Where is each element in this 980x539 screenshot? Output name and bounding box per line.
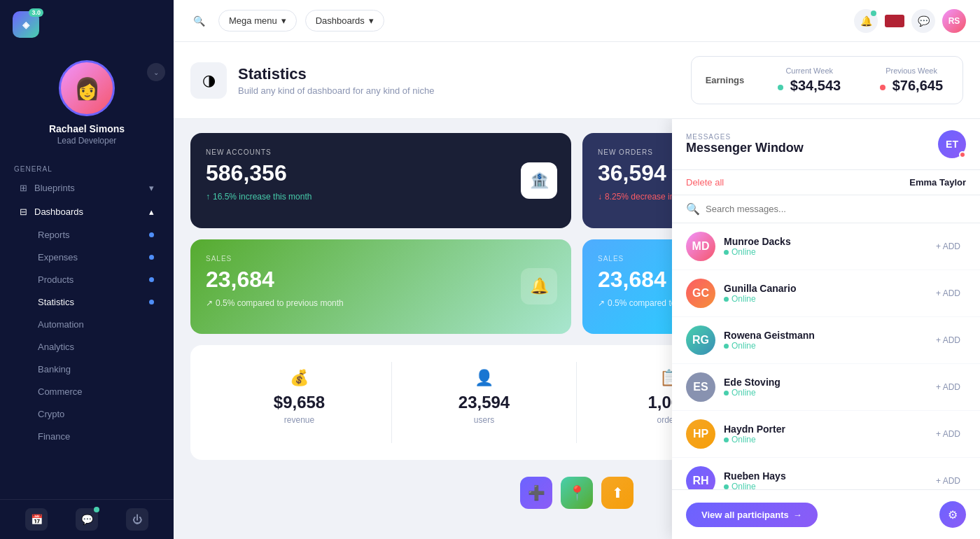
- contact-item[interactable]: RH Rueben Hays Online + ADD: [672, 458, 980, 489]
- contact-item[interactable]: GC Gunilla Canario Online + ADD: [672, 270, 980, 317]
- main-content: 🔍 Mega menu ▾ Dashboards ▾ 🔔 💬 RS ◑: [174, 0, 980, 539]
- page-subtitle: Build any kind of dashboard for any kind…: [238, 85, 434, 96]
- contact-item[interactable]: RG Rowena Geistmann Online + ADD: [672, 317, 980, 364]
- contact-status: Online: [724, 482, 930, 489]
- messenger-header: MESSAGES Messenger Window ET: [672, 119, 980, 170]
- chat-icon-button[interactable]: 💬: [76, 508, 98, 531]
- crypto-label: Crypto: [38, 409, 64, 419]
- location-fab-button[interactable]: 📍: [561, 477, 593, 509]
- products-label: Products: [38, 274, 74, 285]
- contact-name: Rueben Hays: [724, 470, 930, 482]
- analytics-label: Analytics: [38, 342, 74, 352]
- users-icon: 👤: [475, 369, 493, 387]
- blueprints-caret-icon: ▾: [149, 183, 154, 193]
- users-label: users: [474, 415, 494, 425]
- messages-button[interactable]: 💬: [911, 9, 935, 33]
- online-status-dot: [724, 484, 729, 489]
- contact-info: Ede Stoving Online: [724, 377, 930, 398]
- calendar-icon-button[interactable]: 📅: [25, 508, 48, 531]
- sidebar-toggle-button[interactable]: ⌄: [147, 63, 165, 81]
- add-contact-button[interactable]: + ADD: [930, 332, 966, 348]
- current-week-value: $34,543: [778, 78, 841, 94]
- add-contact-button[interactable]: + ADD: [930, 286, 966, 301]
- share-fab-button[interactable]: ⬆: [601, 477, 634, 509]
- sales-blue-change-icon: ↗: [598, 298, 605, 308]
- notification-badge: [871, 10, 876, 16]
- previous-week-section: Previous Week $76,645: [860, 57, 962, 104]
- topbar: 🔍 Mega menu ▾ Dashboards ▾ 🔔 💬 RS: [174, 0, 980, 42]
- sidebar-profile: ⌄ 👩 Rachael Simons Lead Developer: [0, 49, 174, 160]
- sidebar-item-dashboards[interactable]: ⊟ Dashboards ▴: [6, 200, 168, 223]
- contact-item[interactable]: HP Haydn Porter Online + ADD: [672, 411, 980, 458]
- add-contact-button[interactable]: + ADD: [930, 379, 966, 395]
- sidebar-item-commerce[interactable]: Commerce: [6, 381, 168, 402]
- online-status-dot: [724, 250, 729, 255]
- topbar-right: 🔔 💬 RS: [854, 9, 966, 33]
- delete-all-button[interactable]: Delete all: [686, 177, 724, 188]
- page-title: Statistics: [238, 65, 434, 83]
- stats-header-left: ◑ Statistics Build any kind of dashboard…: [190, 62, 434, 99]
- sidebar-item-statistics[interactable]: Statistics: [6, 291, 168, 313]
- revenue-label: revenue: [284, 415, 314, 425]
- users-stat: 👤 23,594 users: [392, 362, 577, 443]
- sidebar-item-blueprints[interactable]: ⊞ Blueprints ▾: [6, 176, 168, 200]
- mega-menu-button[interactable]: Mega menu ▾: [218, 10, 297, 31]
- contact-info: Munroe Dacks Online: [724, 236, 930, 257]
- stats-title-area: Statistics Build any kind of dashboard f…: [238, 65, 434, 96]
- topbar-left: 🔍 Mega menu ▾ Dashboards ▾: [188, 10, 384, 32]
- commerce-label: Commerce: [38, 386, 83, 397]
- dashboards-menu-button[interactable]: Dashboards ▾: [305, 10, 384, 31]
- sidebar-bottom-bar: 📅 💬 ⏻: [0, 499, 174, 539]
- view-all-participants-button[interactable]: View all participants →: [686, 503, 818, 527]
- contact-status: Online: [724, 294, 930, 304]
- power-icon-button[interactable]: ⏻: [126, 508, 148, 531]
- sales-green-change: ↗ 0.5% compared to previous month: [206, 298, 556, 308]
- new-accounts-value: 586,356: [206, 160, 556, 186]
- online-status-dot: [724, 344, 729, 349]
- contact-item[interactable]: ES Ede Stoving Online + ADD: [672, 364, 980, 411]
- contact-avatar: RG: [686, 326, 715, 355]
- sidebar-item-products[interactable]: Products: [6, 269, 168, 290]
- sales-green-icon: 🔔: [521, 268, 557, 304]
- reports-label: Reports: [38, 230, 70, 240]
- products-dot: [149, 277, 154, 282]
- mega-menu-label: Mega menu: [229, 15, 277, 26]
- current-week-dot: [778, 85, 783, 90]
- statistics-dot: [149, 300, 154, 304]
- messenger-footer: View all participants → ⚙: [672, 489, 980, 539]
- profile-name: Rachael Simons: [49, 123, 125, 134]
- sales-green-change-icon: ↗: [206, 298, 213, 308]
- online-status-dot: [724, 438, 729, 442]
- search-button[interactable]: 🔍: [188, 10, 210, 32]
- stats-pie-icon: ◑: [202, 71, 216, 90]
- sidebar-item-analytics[interactable]: Analytics: [6, 336, 168, 358]
- sidebar-item-expenses[interactable]: Expenses: [6, 246, 168, 268]
- add-contact-button[interactable]: + ADD: [930, 239, 966, 254]
- sidebar-item-finance[interactable]: Finance: [6, 426, 168, 447]
- dashboards-submenu: Reports Expenses Products Statistics Aut…: [0, 224, 174, 447]
- language-flag[interactable]: [885, 15, 904, 27]
- add-contact-button[interactable]: + ADD: [930, 426, 966, 442]
- notification-button[interactable]: 🔔: [854, 9, 878, 33]
- contact-item[interactable]: MD Munroe Dacks Online + ADD: [672, 223, 980, 270]
- messenger-settings-button[interactable]: ⚙: [939, 501, 966, 528]
- sidebar-item-automation[interactable]: Automation: [6, 314, 168, 335]
- general-section-label: GENERAL: [0, 160, 174, 176]
- sidebar-item-reports[interactable]: Reports: [6, 224, 168, 246]
- online-status-dot: [724, 297, 729, 302]
- add-contact-button[interactable]: + ADD: [930, 473, 966, 489]
- contact-info: Haydn Porter Online: [724, 424, 930, 444]
- messages-section-label: MESSAGES: [686, 133, 804, 141]
- contact-avatar: GC: [686, 279, 715, 308]
- user-avatar[interactable]: RS: [942, 9, 966, 33]
- messenger-alert-dot: [959, 151, 966, 158]
- messenger-title: Messenger Window: [686, 141, 804, 155]
- change-up-arrow-icon: ↑: [206, 192, 210, 202]
- online-status-dot: [724, 391, 729, 396]
- messenger-search-input[interactable]: [706, 204, 966, 214]
- sidebar-item-crypto[interactable]: Crypto: [6, 403, 168, 425]
- add-fab-button[interactable]: ➕: [520, 477, 552, 509]
- current-week-section: Current Week $34,543: [758, 57, 860, 104]
- messenger-search-bar: 🔍: [672, 195, 980, 223]
- sidebar-item-banking[interactable]: Banking: [6, 358, 168, 380]
